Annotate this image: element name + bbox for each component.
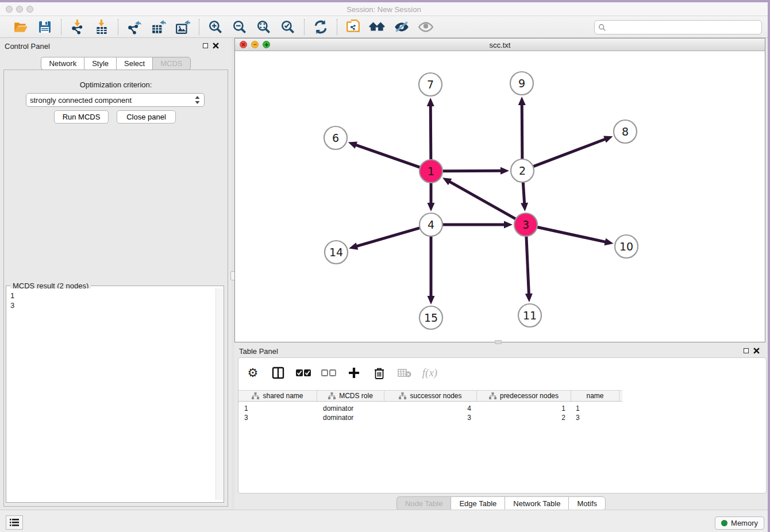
tab-edge-table[interactable]: Edge Table: [451, 496, 505, 511]
control-panel-tabs: Network Style Select MCDS: [0, 57, 232, 70]
gear-icon: ⚙: [248, 366, 259, 380]
float-table-panel-icon[interactable]: [744, 348, 749, 353]
new-network-from-selection-button[interactable]: [343, 18, 364, 36]
cell-successor-nodes: 4: [384, 404, 477, 413]
graph-edge-arrow: [521, 203, 528, 211]
graph-edge-arrow: [504, 221, 513, 229]
result-scrollbar[interactable]: [215, 288, 223, 500]
attribute-icon: [399, 392, 406, 399]
tab-node-table[interactable]: Node Table: [396, 496, 451, 511]
import-network-button[interactable]: [67, 18, 88, 36]
table-settings-button[interactable]: ⚙: [244, 364, 261, 381]
graph-node-label: 6: [332, 132, 339, 144]
zoom-in-button[interactable]: [205, 18, 226, 36]
attribute-icon: [489, 392, 496, 399]
tab-motifs[interactable]: Motifs: [568, 496, 606, 511]
create-column-button[interactable]: [345, 364, 363, 381]
memory-button[interactable]: Memory: [715, 516, 764, 530]
zoom-selected-icon: [280, 20, 295, 34]
export-table-button[interactable]: [148, 18, 169, 36]
zoom-fit-button[interactable]: [253, 18, 274, 36]
import-table-button[interactable]: [91, 18, 112, 36]
tab-select[interactable]: Select: [116, 57, 152, 70]
graph-edge-1-7[interactable]: [430, 105, 431, 160]
criterion-value: strongly connected component: [30, 96, 194, 105]
zoom-out-button[interactable]: [229, 18, 250, 36]
task-history-button[interactable]: [6, 515, 23, 530]
cell-predecessor-nodes: 2: [477, 413, 571, 422]
deselect-all-icon: [321, 369, 336, 377]
attribute-icon: [252, 392, 259, 399]
zoom-selected-button[interactable]: [278, 18, 298, 36]
delete-table-button[interactable]: [396, 364, 413, 381]
run-mcds-button[interactable]: Run MCDS: [54, 110, 109, 124]
select-all-rows-button[interactable]: [295, 364, 312, 381]
graph-edge-arrow: [428, 203, 435, 211]
deselect-all-rows-button[interactable]: [320, 364, 337, 381]
control-panel-title: Control Panel: [5, 42, 50, 51]
memory-status-icon: [721, 520, 727, 526]
column-header-successor-nodes[interactable]: successor nodes: [384, 391, 477, 401]
export-network-button[interactable]: [124, 18, 145, 36]
graph-edge-4-14[interactable]: [356, 228, 420, 246]
app-window: Session: New Session: [0, 2, 768, 532]
status-bar: Memory: [0, 510, 768, 532]
table-panel-header: Table Panel: [234, 344, 768, 358]
tab-network[interactable]: Network: [41, 57, 84, 70]
column-header-mcds-role[interactable]: MCDS role: [317, 391, 384, 401]
table-header-row: shared name MCDS role successor nodes pr…: [238, 390, 622, 402]
open-session-button[interactable]: [10, 18, 31, 36]
hide-selected-button[interactable]: [391, 18, 412, 36]
column-header-predecessor-nodes[interactable]: predecessor nodes: [477, 391, 571, 401]
graph-edge-1-2[interactable]: [442, 171, 502, 171]
graph-node-label: 11: [523, 309, 537, 322]
tab-mcds[interactable]: MCDS: [152, 57, 190, 70]
network-view-window: scc.txt 7968124314101511: [234, 38, 765, 342]
zoom-fit-icon: [256, 20, 271, 34]
float-panel-icon[interactable]: [203, 43, 208, 48]
graph-edge-arrow: [604, 238, 613, 246]
column-header-shared-name[interactable]: shared name: [238, 391, 317, 401]
apply-layout-button[interactable]: [310, 18, 331, 36]
function-builder-button[interactable]: f(x): [421, 364, 438, 381]
save-session-button[interactable]: [34, 18, 55, 36]
graph-edge-3-10[interactable]: [537, 227, 606, 242]
optimization-criterion-label: Optimization criterion:: [0, 80, 232, 89]
graph-edge-1-6[interactable]: [355, 145, 420, 168]
graph-edge-2-9[interactable]: [522, 104, 522, 159]
graph-edge-3-11[interactable]: [526, 236, 529, 295]
table-row[interactable]: 1 dominator 4 1 1: [238, 404, 622, 413]
graph-edge-2-8[interactable]: [533, 139, 606, 167]
graph-edge-2-3[interactable]: [523, 182, 524, 204]
search-icon: [598, 24, 606, 32]
first-neighbors-button[interactable]: [367, 18, 388, 36]
mcds-result-text[interactable]: 1 3: [7, 288, 215, 500]
list-icon: [10, 519, 19, 526]
graph-edge-3-1[interactable]: [449, 182, 515, 219]
close-table-panel-icon[interactable]: [753, 348, 760, 354]
title-bar: Session: New Session: [0, 2, 768, 16]
tab-network-table[interactable]: Network Table: [505, 496, 568, 511]
graph-edge-arrow: [525, 294, 533, 302]
search-input[interactable]: [606, 24, 758, 32]
show-all-button[interactable]: [415, 18, 436, 36]
close-panel-icon[interactable]: [213, 43, 219, 49]
column-header-name[interactable]: name: [571, 391, 619, 401]
network-canvas[interactable]: 7968124314101511: [235, 51, 765, 342]
delete-column-button[interactable]: [371, 364, 388, 381]
export-table-icon: [151, 20, 166, 34]
eye-slash-icon: [394, 20, 410, 34]
export-image-button[interactable]: [172, 18, 193, 36]
show-columns-button[interactable]: [270, 364, 287, 381]
graph-node-label: 10: [619, 240, 633, 253]
network-graph: 7968124314101511: [235, 51, 765, 342]
close-panel-button[interactable]: Close panel: [117, 110, 176, 124]
tab-style[interactable]: Style: [84, 57, 116, 70]
table-row[interactable]: 3 dominator 3 2 3: [238, 413, 622, 422]
criterion-dropdown[interactable]: strongly connected component: [26, 93, 205, 107]
control-panel-header: Control Panel: [0, 38, 232, 54]
zoom-out-icon: [232, 20, 247, 34]
fx-icon: f(x): [422, 367, 437, 379]
export-image-icon: [175, 20, 190, 34]
graph-node-label: 1: [428, 165, 434, 178]
